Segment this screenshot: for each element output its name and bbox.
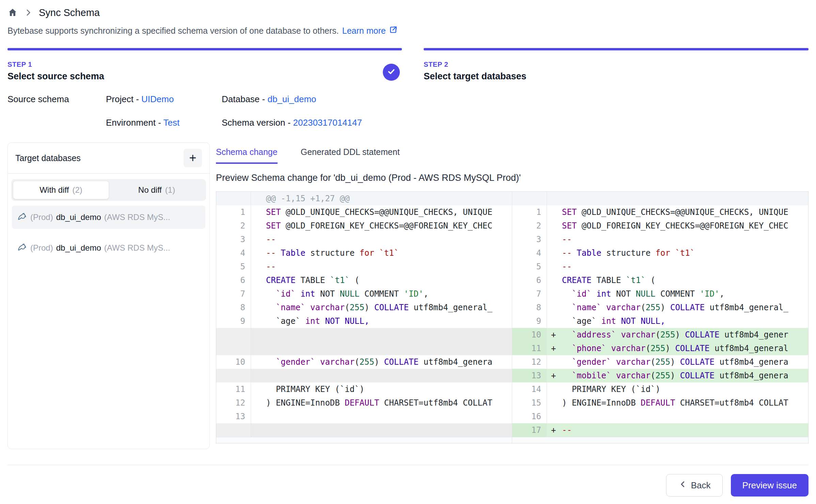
diff-code-row: 16 xyxy=(512,410,808,423)
horizontal-scrollbar-right[interactable] xyxy=(512,437,808,443)
database-link[interactable]: db_ui_demo xyxy=(267,94,316,104)
diff-add-marker xyxy=(547,260,562,273)
plus-icon: + xyxy=(189,152,196,164)
schema-diff-view: @@ -1,15 +1,27 @@1SET @OLD_UNIQUE_CHECKS… xyxy=(216,191,809,443)
learn-more-label: Learn more xyxy=(342,26,386,36)
tab-with-diff[interactable]: With diff (2) xyxy=(13,181,109,199)
code-text: SET @OLD_UNIQUE_CHECKS=@@UNIQUE_CHECKS, … xyxy=(266,205,512,219)
database-instance: (AWS RDS MyS... xyxy=(104,243,170,253)
step-2-label: STEP 2 xyxy=(424,61,809,68)
code-text: CREATE TABLE `t1` ( xyxy=(266,273,512,287)
project-link[interactable]: UIDemo xyxy=(141,94,174,104)
code-text: -- Table structure for `t1` xyxy=(562,246,808,260)
preview-tabs: Schema change Generated DDL statement xyxy=(216,147,809,164)
diff-code-row: 9 `age` int NOT NULL, xyxy=(512,314,808,328)
diff-code-row: 8 `name` varchar(255) COLLATE utf8mb4_ge… xyxy=(512,301,808,314)
mysql-icon xyxy=(17,211,27,224)
back-button-label: Back xyxy=(691,480,711,491)
diff-add-marker xyxy=(251,396,266,410)
diff-code-row: 12) ENGINE=InnoDB DEFAULT CHARSET=utf8mb… xyxy=(216,396,512,410)
diff-add-marker xyxy=(251,219,266,233)
code-text: -- xyxy=(562,260,808,273)
database-list-item[interactable]: (Prod)db_ui_demo(AWS RDS MyS... xyxy=(12,236,205,259)
line-number: 15 xyxy=(512,396,547,410)
environment-link[interactable]: Test xyxy=(163,117,180,128)
back-button[interactable]: Back xyxy=(666,474,723,497)
diff-add-marker xyxy=(547,410,562,423)
home-icon[interactable] xyxy=(7,7,18,18)
diff-pane-source[interactable]: @@ -1,15 +1,27 @@1SET @OLD_UNIQUE_CHECKS… xyxy=(216,192,512,443)
line-number: 14 xyxy=(512,382,547,396)
diff-code-row: 14 PRIMARY KEY (`id`) xyxy=(512,382,808,396)
code-text: -- Table structure for `t1` xyxy=(266,246,512,260)
diff-add-marker xyxy=(251,342,266,355)
tab-generated-ddl[interactable]: Generated DDL statement xyxy=(301,147,400,162)
horizontal-scrollbar-left[interactable] xyxy=(216,437,512,443)
diff-code-row: 2SET @OLD_FOREIGN_KEY_CHECKS=@@FOREIGN_K… xyxy=(512,219,808,233)
environment-label: Environment - xyxy=(106,117,161,128)
step-1-completed-badge xyxy=(383,64,400,81)
line-number: 7 xyxy=(512,287,547,301)
diff-add-marker xyxy=(251,328,266,342)
diff-add-marker xyxy=(251,192,266,205)
code-text xyxy=(266,423,512,437)
code-text: `mobile` varchar(255) COLLATE utf8mb4_ge… xyxy=(562,369,808,382)
preview-issue-button[interactable]: Preview issue xyxy=(731,474,809,497)
line-number: 5 xyxy=(216,260,251,273)
code-text: PRIMARY KEY (`id`) xyxy=(562,382,808,396)
line-number xyxy=(216,192,251,205)
line-number: 12 xyxy=(512,355,547,369)
diff-spacer-row xyxy=(216,342,512,355)
line-number: 1 xyxy=(216,205,251,219)
diff-add-marker xyxy=(251,369,266,382)
diff-add-marker xyxy=(547,396,562,410)
diff-add-marker: + xyxy=(547,328,562,342)
code-text: @@ -1,15 +1,27 @@ xyxy=(266,192,512,205)
tab-with-diff-count: (2) xyxy=(72,185,82,195)
project-field: Project - UIDemo xyxy=(106,94,222,105)
tab-no-diff[interactable]: No diff (1) xyxy=(109,181,204,199)
diff-spacer-row xyxy=(216,369,512,382)
code-text xyxy=(266,410,512,423)
add-database-button[interactable]: + xyxy=(184,149,202,167)
target-databases-title: Target databases xyxy=(15,153,81,163)
line-number: 6 xyxy=(216,273,251,287)
diff-pane-target[interactable]: 1SET @OLD_UNIQUE_CHECKS=@@UNIQUE_CHECKS,… xyxy=(512,192,808,443)
line-number xyxy=(216,328,251,342)
source-schema-label-spacer xyxy=(7,117,106,128)
code-text: `gender` varchar(255) COLLATE utf8mb4_ge… xyxy=(266,355,512,369)
main-content: Target databases + With diff (2) No diff… xyxy=(7,142,809,449)
learn-more-link[interactable]: Learn more xyxy=(342,25,398,36)
breadcrumb: Sync Schema xyxy=(7,5,809,20)
line-number: 2 xyxy=(216,219,251,233)
diff-add-marker xyxy=(251,246,266,260)
line-number: 8 xyxy=(512,301,547,314)
diff-add-marker xyxy=(547,192,562,205)
step-1-title: Select source schema xyxy=(7,71,402,82)
diff-code-row: 11 PRIMARY KEY (`id`) xyxy=(216,382,512,396)
code-text xyxy=(562,410,808,423)
diff-hunk-header-row xyxy=(512,192,808,205)
code-text: -- xyxy=(266,233,512,246)
line-number: 2 xyxy=(512,219,547,233)
code-text: `age` int NOT NULL, xyxy=(266,314,512,328)
line-number: 17 xyxy=(512,423,547,437)
schema-version-field: Schema version - 20230317014147 xyxy=(222,117,362,128)
diff-code-row: 12 `gender` varchar(255) COLLATE utf8mb4… xyxy=(512,355,808,369)
line-number: 7 xyxy=(216,287,251,301)
tab-schema-change[interactable]: Schema change xyxy=(216,147,278,164)
line-number: 1 xyxy=(512,205,547,219)
diff-code-row: 9 `age` int NOT NULL, xyxy=(216,314,512,328)
source-schema-label: Source schema xyxy=(7,94,106,105)
code-text: SET @OLD_FOREIGN_KEY_CHECKS=@@FOREIGN_KE… xyxy=(266,219,512,233)
line-number xyxy=(216,369,251,382)
line-number: 13 xyxy=(216,410,251,423)
database-list-item[interactable]: (Prod)db_ui_demo(AWS RDS MyS... xyxy=(12,206,205,229)
step-indicator: STEP 1 Select source schema STEP 2 Selec… xyxy=(7,48,809,82)
schema-version-link[interactable]: 20230317014147 xyxy=(293,117,362,128)
diff-code-row: 11+ `phone` varchar(255) COLLATE utf8mb4… xyxy=(512,342,808,355)
code-text xyxy=(562,192,808,205)
diff-filter-tabs: With diff (2) No diff (1) xyxy=(11,179,206,201)
code-text: ) ENGINE=InnoDB DEFAULT CHARSET=utf8mb4 … xyxy=(562,396,808,410)
database-environment: (Prod) xyxy=(30,243,53,253)
